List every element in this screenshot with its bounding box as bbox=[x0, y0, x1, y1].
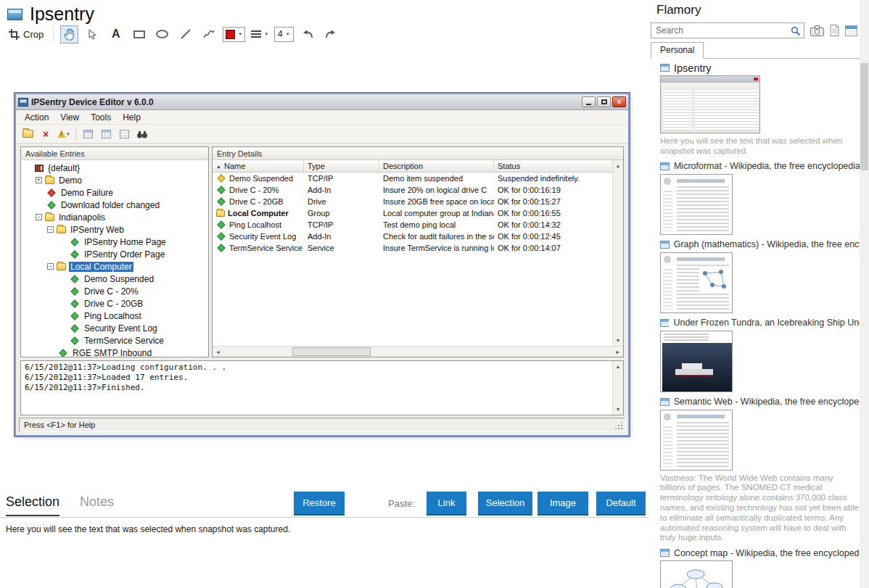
snapshot-title-row[interactable]: Under Frozen Tundra, an Icebreaking Ship… bbox=[660, 318, 860, 328]
scrollbar-thumb[interactable] bbox=[292, 347, 371, 356]
snapshot-thumbnail[interactable] bbox=[660, 75, 760, 133]
tab-selection[interactable]: Selection bbox=[6, 494, 59, 516]
scrollbar-thumb[interactable] bbox=[860, 63, 868, 170]
expand-icon[interactable]: + bbox=[36, 177, 42, 183]
snapshot-title-row[interactable]: Concept map - Wikipedia, the free encycl… bbox=[660, 547, 860, 558]
table-row[interactable]: Local ComputerGroupLocal computer group … bbox=[213, 207, 612, 219]
tree-item[interactable]: IPSentry Order Page bbox=[21, 248, 208, 260]
tab-personal[interactable]: Personal bbox=[651, 42, 704, 59]
ellipse-tool-button[interactable] bbox=[153, 25, 171, 44]
tree-item[interactable]: TermService Service bbox=[21, 334, 208, 347]
column-header-status[interactable]: Status bbox=[494, 160, 612, 172]
snapshot-thumbnail[interactable] bbox=[660, 331, 733, 392]
scroll-up-icon[interactable]: ▲ bbox=[616, 361, 621, 372]
line-width-picker[interactable]: ▼ bbox=[250, 25, 269, 44]
minimize-button[interactable] bbox=[582, 96, 596, 107]
column-header-type[interactable]: Type bbox=[304, 160, 379, 172]
tree-item[interactable]: Ping Localhost bbox=[21, 310, 208, 322]
table-row[interactable]: Drive C - 20%Add-InInsure 20% on logical… bbox=[213, 184, 612, 196]
snapshot-thumbnail[interactable] bbox=[660, 560, 733, 588]
view-list-button[interactable] bbox=[99, 128, 112, 141]
menu-item-help[interactable]: Help bbox=[117, 111, 147, 124]
tree-item[interactable]: Security Event Log bbox=[21, 322, 208, 334]
scroll-up-icon[interactable]: ▲ bbox=[616, 160, 621, 171]
view-details-button[interactable] bbox=[81, 128, 94, 141]
snapshot-thumbnail[interactable] bbox=[660, 252, 733, 313]
log-vertical-scrollbar[interactable]: ▲ ▼ bbox=[612, 361, 623, 415]
scroll-right-icon[interactable]: ► bbox=[612, 349, 623, 355]
snapshot-thumbnail[interactable] bbox=[660, 174, 733, 235]
tree-item[interactable]: {default} bbox=[21, 162, 208, 174]
tree-item[interactable]: -Indianapolis bbox=[21, 211, 208, 223]
tree-item[interactable]: IPSentry Home Page bbox=[21, 236, 208, 248]
table-row[interactable]: TermService ServiceServiceInsure TermSer… bbox=[213, 242, 612, 254]
tree-item[interactable]: -IPSentry Web bbox=[21, 223, 208, 236]
scrollbar-track[interactable] bbox=[223, 347, 612, 357]
snapshot-title-row[interactable]: Ipsentry bbox=[660, 62, 860, 73]
menu-item-tools[interactable]: Tools bbox=[85, 111, 117, 124]
tree-item[interactable]: Drive C - 20% bbox=[21, 285, 208, 297]
resize-grip[interactable] bbox=[614, 421, 625, 431]
text-tool-button[interactable]: A bbox=[107, 25, 125, 44]
tree-item[interactable]: RGE SMTP Inbound bbox=[21, 347, 208, 357]
paste-default-button[interactable]: Default bbox=[596, 492, 646, 515]
table-row[interactable]: Demo SuspendedTCP/IPDemo item suspendedS… bbox=[213, 173, 612, 184]
alerts-button[interactable]: ▼ bbox=[57, 128, 70, 141]
color-picker[interactable]: ▼ bbox=[223, 27, 245, 42]
ipsentry-titlebar[interactable]: IPSentry Device Editor v 6.0.0 × bbox=[16, 94, 628, 110]
crop-button[interactable]: Crop bbox=[6, 25, 46, 44]
size-picker[interactable]: 4 ▼ bbox=[274, 27, 294, 42]
ipsentry-window[interactable]: IPSentry Device Editor v 6.0.0 × ActionV… bbox=[15, 93, 630, 436]
camera-icon[interactable] bbox=[810, 25, 824, 36]
collapse-icon[interactable]: - bbox=[47, 263, 54, 270]
tree-item[interactable]: Drive C - 20GB bbox=[21, 297, 208, 310]
search-input[interactable] bbox=[651, 23, 804, 38]
scroll-down-icon[interactable]: ▼ bbox=[616, 404, 621, 415]
scroll-left-icon[interactable]: ◄ bbox=[213, 349, 223, 355]
hand-tool-button[interactable] bbox=[60, 25, 78, 44]
table-row[interactable]: Ping LocalhostTCP/IPTest demo ping local… bbox=[213, 219, 612, 231]
collapse-icon[interactable]: - bbox=[47, 226, 54, 233]
snapshot-title-row[interactable]: Graph (mathematics) - Wikipedia, the fre… bbox=[660, 239, 860, 250]
menu-item-view[interactable]: View bbox=[54, 111, 85, 124]
new-entry-button[interactable] bbox=[21, 128, 34, 141]
paste-image-button[interactable]: Image bbox=[538, 492, 588, 515]
snapshot-title-row[interactable]: Microformat - Wikipedia, the free encycl… bbox=[660, 161, 860, 172]
snapshot-thumbnail[interactable] bbox=[660, 410, 733, 471]
paste-selection-button[interactable]: Selection bbox=[478, 492, 532, 515]
column-header-name[interactable]: ▲Name bbox=[213, 160, 304, 172]
close-button[interactable]: × bbox=[612, 96, 626, 107]
document-icon[interactable] bbox=[830, 25, 839, 36]
redo-button[interactable] bbox=[322, 25, 340, 44]
column-header-description[interactable]: Description bbox=[379, 160, 494, 172]
log-lines[interactable]: 6/15/2012@11:37>Loading configuration. .… bbox=[21, 361, 612, 415]
tree-item[interactable]: Demo Suspended bbox=[21, 273, 208, 285]
select-tool-button[interactable] bbox=[83, 25, 102, 44]
restore-button[interactable]: Restore bbox=[294, 492, 345, 515]
menu-item-action[interactable]: Action bbox=[19, 111, 54, 124]
undo-button[interactable] bbox=[299, 25, 317, 44]
scroll-down-icon[interactable]: ▼ bbox=[616, 335, 621, 346]
tree-item[interactable]: Demo Failure bbox=[21, 186, 208, 199]
pen-tool-button[interactable] bbox=[199, 25, 218, 44]
collapse-icon[interactable]: - bbox=[36, 214, 42, 220]
delete-entry-button[interactable]: × bbox=[39, 128, 52, 141]
line-tool-button[interactable] bbox=[176, 25, 194, 44]
sidebar-scrollbar[interactable] bbox=[860, 0, 869, 588]
search-icon[interactable] bbox=[791, 26, 801, 36]
table-row[interactable]: Security Event LogAdd-InCheck for audit … bbox=[213, 231, 612, 242]
find-button[interactable] bbox=[136, 128, 149, 141]
table-horizontal-scrollbar[interactable]: ◄ ► bbox=[213, 346, 623, 357]
tab-notes[interactable]: Notes bbox=[80, 494, 114, 515]
window-icon[interactable] bbox=[845, 25, 857, 36]
table-vertical-scrollbar[interactable]: ▲ ▼ bbox=[612, 160, 623, 346]
rectangle-tool-button[interactable] bbox=[130, 25, 148, 44]
snapshot-title-row[interactable]: Semantic Web - Wikipedia, the free encyc… bbox=[660, 397, 860, 407]
tree-item[interactable]: +Demo bbox=[21, 174, 208, 186]
maximize-button[interactable] bbox=[597, 96, 611, 107]
tree-item[interactable]: -Local Computer bbox=[21, 260, 208, 273]
tree-item[interactable]: Download folder changed bbox=[21, 199, 208, 211]
table-row[interactable]: Drive C - 20GBDriveInsure 20GB free spac… bbox=[213, 196, 612, 207]
view-grid-button[interactable] bbox=[118, 128, 131, 141]
paste-link-button[interactable]: Link bbox=[427, 492, 466, 515]
